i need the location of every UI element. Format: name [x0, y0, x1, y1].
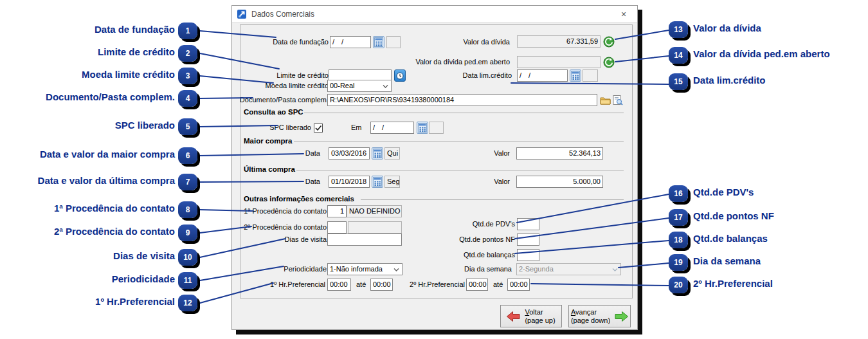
maior-compra-data-label: Data [239, 147, 320, 160]
annotation-label-18: Qtd.de balanças [693, 233, 768, 244]
data-lim-credito-input[interactable]: / / [517, 69, 568, 82]
app-icon [237, 9, 247, 19]
dias-visita-input[interactable] [327, 234, 402, 246]
avancar-sublabel: (page down) [571, 316, 610, 324]
voltar-button[interactable]: Voltar(page up) [500, 305, 562, 327]
proc1-code-input[interactable]: 1 [327, 205, 347, 217]
annotation-badge-2: 2 [178, 45, 197, 62]
spc-liberado-label: SPC liberado [239, 122, 311, 134]
dia-semana-select[interactable]: 2-Segunda [516, 263, 621, 275]
document-magnifier-icon [613, 95, 623, 105]
close-icon: × [621, 9, 626, 19]
qtd-balancas-input[interactable] [517, 249, 539, 261]
arrow-left-icon [507, 311, 520, 322]
valor-divida-ped-label: Valor da dívida ped.em aberto [401, 56, 510, 68]
moeda-limite-label: Moeda limite crédito [239, 80, 329, 92]
annotation-label-12: 1º Hr.Preferencial [0, 296, 175, 307]
annotation-badge-7: 7 [178, 174, 197, 190]
voltar-label: Voltar [525, 308, 555, 316]
refresh-icon [603, 36, 615, 48]
dias-visita-label: Dias de visita [239, 234, 327, 246]
calendar-icon [373, 149, 382, 158]
spc-group-title: Consulta ao SPC [244, 108, 303, 116]
maior-compra-group-line [294, 142, 624, 142]
avancar-button[interactable]: Avançar(page down) [568, 305, 631, 327]
annotation-label-7: Data e valor da última compra [0, 175, 175, 186]
maior-compra-valor-label: Valor [401, 147, 510, 160]
hr2-from-input[interactable]: 00:00 [466, 279, 488, 291]
proc1-desc-field: NAO DEFINIDO [347, 205, 402, 217]
spc-em-input[interactable]: / / [370, 122, 414, 134]
periodicidade-select[interactable]: 1-Não informada [327, 263, 402, 275]
annotation-badge-10: 10 [178, 249, 197, 266]
data-fundacao-calendar-button[interactable] [373, 36, 384, 48]
chevron-down-icon [393, 268, 399, 271]
annotation-badge-8: 8 [178, 201, 197, 218]
hr1-label: 1º Hr.Preferencial [239, 279, 325, 291]
window-title: Dados Comerciais [251, 10, 314, 19]
maior-compra-calendar-button[interactable] [372, 147, 383, 160]
documento-folder-button[interactable] [599, 94, 611, 106]
valor-divida-refresh-button[interactable] [603, 35, 615, 48]
ultima-compra-group-title: Última compra [244, 165, 295, 173]
documento-preview-button[interactable] [612, 94, 624, 106]
annotation-label-20: 2º Hr.Preferencial [693, 278, 773, 289]
arrow-right-icon [615, 311, 628, 322]
ultima-compra-valor-label: Valor [401, 176, 510, 188]
valor-divida-ped-refresh-button[interactable] [603, 56, 615, 68]
annotation-badge-17: 17 [669, 209, 688, 226]
qtd-pontos-nf-input[interactable] [517, 234, 539, 246]
maior-compra-valor-input[interactable]: 52.364,13 [516, 147, 603, 160]
close-button[interactable]: × [610, 6, 637, 22]
refresh-icon [603, 57, 615, 68]
documento-input[interactable]: R:\ANEXOS\FOR\RS\93419380000184 [327, 94, 597, 106]
avancar-label: Avançar [571, 308, 610, 316]
periodicidade-label: Periodicidade [239, 263, 327, 275]
annotation-badge-16: 16 [669, 185, 688, 202]
hr2-to-input[interactable]: 00:00 [507, 279, 530, 291]
annotation-label-15: Data lim.crédito [693, 75, 766, 86]
spc-group-line [304, 113, 624, 113]
ultima-compra-data-label: Data [239, 176, 320, 188]
chevron-down-icon [612, 268, 618, 271]
valor-divida-label: Valor da dívida [401, 36, 510, 48]
data-fundacao-input[interactable]: / / [330, 36, 371, 48]
calendar-icon [373, 177, 382, 187]
outras-group-line [361, 199, 624, 200]
data-lim-credito-calendar-button[interactable] [570, 69, 581, 82]
title-bar: Dados Comerciais × [232, 6, 637, 23]
annotation-badge-3: 3 [178, 68, 197, 84]
annotation-label-9: 2ª Procedência do contato [0, 226, 175, 237]
chevron-down-icon [383, 85, 388, 88]
annotation-label-13: Valor da dívida [693, 23, 761, 33]
voltar-sublabel: (page up) [525, 316, 555, 324]
proc2-code-input[interactable] [327, 221, 347, 234]
documento-label: Documento/Pasta complem. [239, 94, 329, 106]
proc2-desc-field [348, 221, 402, 234]
hr2-ate-label: até [493, 279, 507, 291]
annotation-label-2: Limite de crédito [0, 46, 175, 57]
annotation-badge-11: 11 [178, 272, 197, 289]
ultima-compra-weekday-box: Seg [384, 176, 400, 188]
annotation-badge-14: 14 [669, 47, 688, 64]
spc-liberado-checkbox[interactable] [314, 124, 323, 133]
dia-semana-label: Dia da semana [401, 263, 512, 275]
valor-divida-field: 67.331,59 [517, 35, 601, 48]
ultima-compra-calendar-button[interactable] [372, 176, 383, 188]
maior-compra-data-input[interactable]: 03/03/2016 [329, 147, 370, 160]
dados-comerciais-dialog: Dados Comerciais × Data de fundação / / … [231, 5, 638, 330]
qtd-balancas-label: Qtd.de balanças [401, 249, 515, 261]
ultima-compra-valor-input[interactable]: 5.000,00 [516, 176, 603, 188]
annotation-label-11: Periodicidade [0, 273, 175, 284]
data-lim-credito-label: Data lim.crédito [401, 69, 512, 82]
ultima-compra-data-input[interactable]: 01/10/2018 [329, 176, 370, 188]
spc-em-calendar-button[interactable] [417, 122, 428, 134]
annotation-label-6: Data e valor da maior compra [0, 149, 175, 160]
annotation-label-1: Data de fundação [0, 24, 175, 35]
annotation-label-8: 1ª Procedência do contato [0, 203, 175, 214]
annotation-badge-15: 15 [669, 73, 688, 90]
hr1-from-input[interactable]: 00:00 [327, 279, 351, 291]
annotation-label-3: Moeda limite crédito [0, 69, 175, 80]
qtd-pdv-input[interactable] [517, 218, 539, 230]
moeda-limite-select[interactable]: 00-Real [327, 80, 392, 92]
